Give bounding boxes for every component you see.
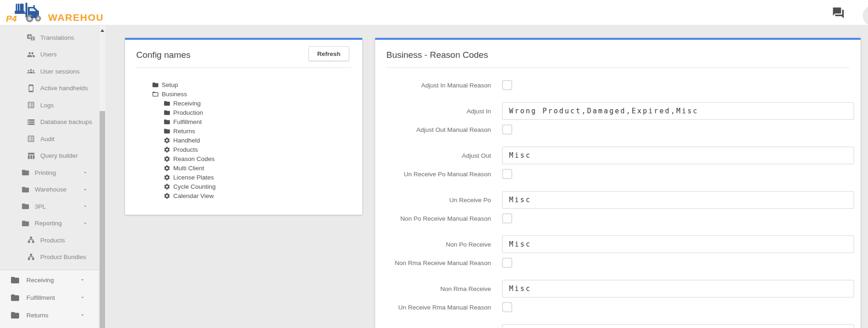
sidebar-item-product-bundles[interactable]: Product Bundles [0, 249, 99, 266]
scrollbar-up-arrow-icon[interactable] [101, 29, 104, 32]
sidebar-scrollbar[interactable] [99, 25, 106, 328]
field-label: Un Receive Po [386, 197, 491, 204]
tree-node-business[interactable]: Business [152, 89, 351, 99]
sidebar-item-returns[interactable]: Returns [0, 306, 99, 324]
folder-icon [164, 118, 170, 125]
folder-icon [152, 81, 159, 88]
adjust-out-manual-reason-checkbox[interactable] [502, 124, 512, 135]
gear-icon [164, 192, 170, 199]
un-receive-po-manual-reason-checkbox[interactable] [502, 169, 512, 179]
gear-icon [164, 146, 170, 153]
field-label: Non Rma Receive [386, 285, 491, 292]
topbar: P4 WAREHOUSE [0, 0, 868, 25]
sidebar-item-active-handhelds[interactable]: Active handhelds [0, 80, 99, 97]
translate-icon: AZ [27, 33, 35, 42]
form-row-un-receive-po-manual-reason: Un Receive Po Manual Reason [386, 169, 854, 179]
refresh-button[interactable]: Refresh [308, 46, 349, 61]
chat-icon[interactable] [832, 6, 846, 20]
tree-node-label: Multi Client [173, 165, 204, 172]
tree-node-label: Receiving [173, 100, 201, 107]
sidebar-item-query-builder[interactable]: Query builder [0, 148, 99, 165]
sidebar-item-label: Reporting [35, 220, 62, 227]
non-po-receive-input[interactable] [502, 235, 854, 253]
tree-node-reason-codes[interactable]: Reason Codes [164, 154, 351, 163]
non-rma-receive-manual-reason-checkbox[interactable] [502, 258, 512, 268]
non-po-receive-manual-reason-checkbox[interactable] [502, 213, 512, 223]
sidebar-item-receiving[interactable]: Receiving [0, 271, 99, 289]
tree-node-label: Cycle Counting [173, 183, 216, 190]
un-receive-po-input[interactable] [502, 191, 854, 209]
folder-icon [10, 310, 20, 320]
sidebar-root-section: ReceivingFulfillmentReturns [0, 270, 99, 324]
sidebar-item-label: Database backups [40, 118, 92, 125]
adjust-in-input[interactable] [502, 102, 854, 120]
sidebar-item-products[interactable]: Products [0, 232, 99, 249]
gear-icon [164, 183, 170, 190]
chevron-down-icon [79, 312, 86, 318]
gear-icon [164, 137, 170, 144]
tree-node-receiving[interactable]: Receiving [164, 99, 351, 108]
tree-node-label: Business [162, 91, 187, 98]
form-row-non-rma-receive: Non Rma Receive [386, 280, 854, 297]
tree-node-cycle-counting[interactable]: Cycle Counting [164, 182, 351, 191]
sidebar-item-printing[interactable]: Printing [0, 164, 99, 181]
field-input[interactable] [502, 324, 854, 328]
tree-node-fulfillment[interactable]: Fulfillment [164, 117, 351, 126]
sidebar-item-label: Logs [40, 102, 54, 109]
tree-node-production[interactable]: Production [164, 108, 351, 117]
folder-icon [164, 109, 170, 116]
sidebar-item-reporting[interactable]: Reporting [0, 215, 99, 232]
gear-icon [164, 165, 170, 172]
adjust-out-input[interactable] [502, 147, 854, 164]
folder-icon [10, 275, 20, 285]
tree-node-calendar-view[interactable]: Calendar View [164, 191, 351, 200]
logs-icon [27, 101, 35, 109]
sidebar-item-audit[interactable]: Audit [0, 130, 99, 148]
adjust-in-manual-reason-checkbox[interactable] [502, 80, 512, 90]
field-label: Un Receive Rma Manual Reason [386, 304, 491, 311]
tree-node-label: Calendar View [173, 192, 214, 199]
field-label: Non Rma Receive Manual Reason [386, 260, 491, 266]
tree-node-label: Setup [162, 81, 178, 88]
tree-node-returns[interactable]: Returns [164, 126, 351, 136]
field-label: Non Po Receive [386, 241, 491, 248]
config-names-card: Config names Refresh SetupBusinessReceiv… [125, 38, 362, 215]
tree-node-license-plates[interactable]: License Plates [164, 173, 351, 182]
tree-node-handheld[interactable]: Handheld [164, 136, 351, 145]
sidebar-item-users[interactable]: Users [0, 46, 99, 63]
form-row-non-rma-receive-manual-reason: Non Rma Receive Manual Reason [386, 258, 854, 268]
sidebar-item-logs[interactable]: Logs [0, 97, 99, 114]
sidebar-item-label: 3PL [35, 203, 46, 210]
tree-node-products[interactable]: Products [164, 145, 351, 154]
tree-node-label: Handheld [173, 137, 200, 144]
sidebar-item-database-backups[interactable]: Database backups [0, 114, 99, 131]
non-rma-receive-input[interactable] [502, 280, 854, 297]
un-receive-rma-manual-reason-checkbox[interactable] [502, 302, 512, 312]
sidebar-item-user-sessions[interactable]: User sessions [0, 63, 99, 80]
reason-codes-card: Business - Reason Codes Adjust In Manual… [375, 38, 861, 328]
query-builder-icon [27, 152, 35, 160]
folder-icon [21, 219, 30, 228]
sidebar-admin-section: AZTranslationsUsersUser sessionsActive h… [0, 25, 99, 270]
scrollbar-thumb[interactable] [100, 111, 105, 328]
sidebar-item-3pl[interactable]: 3PL [0, 198, 99, 215]
sidebar-item-fulfillment[interactable]: Fulfillment [0, 289, 99, 306]
sidebar-item-label: Printing [35, 169, 56, 176]
app-logo[interactable]: P4 WAREHOUSE [6, 2, 103, 24]
sidebar-item-warehouse[interactable]: Warehouse [0, 181, 99, 198]
handheld-icon [27, 84, 35, 93]
field-label: Adjust Out Manual Reason [386, 126, 491, 133]
sidebar-item-translations[interactable]: AZTranslations [0, 29, 99, 46]
folder-icon [164, 128, 170, 135]
field-label: Non Po Receive Manual Reason [386, 215, 491, 222]
folder-open-icon [152, 91, 159, 98]
user-avatar[interactable] [863, 6, 868, 26]
chevron-down-icon [79, 294, 86, 301]
database-icon [27, 118, 35, 126]
sitemap-icon [27, 253, 35, 261]
tree-node-label: Fulfillment [173, 118, 202, 125]
sidebar-item-label: Returns [26, 312, 48, 319]
gear-icon [164, 155, 170, 162]
tree-node-multi-client[interactable]: Multi Client [164, 163, 351, 173]
tree-node-setup[interactable]: Setup [152, 80, 351, 89]
